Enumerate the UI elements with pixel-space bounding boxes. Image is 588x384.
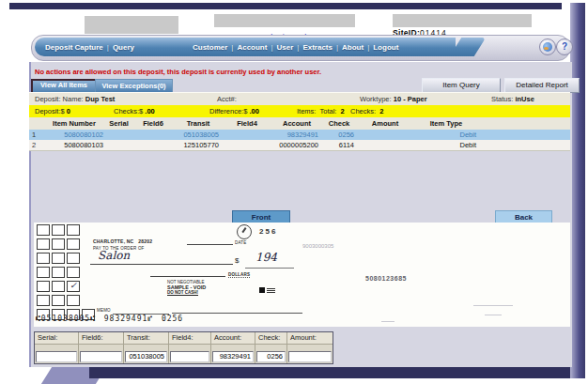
check-grid-box xyxy=(37,253,50,264)
check-grid-box xyxy=(37,224,50,236)
form-label-serial: Serial: xyxy=(35,332,79,344)
scan-artifact xyxy=(381,321,395,322)
do-not-cash-text: DO NOT CASH! xyxy=(167,290,206,296)
memo-label: MEMO xyxy=(97,308,111,313)
check-city: CHARLOTTE, NC 28202 xyxy=(93,238,152,244)
home-button[interactable] xyxy=(539,38,556,55)
form-label-transit: Transit: xyxy=(124,332,169,344)
dollars-line xyxy=(150,276,225,277)
item-query-button[interactable]: Item Query xyxy=(422,78,501,93)
check-grid-box xyxy=(67,267,80,278)
check-image: ✓ CHARLOTTE, NC 28202 PAY TO THE ORDER O… xyxy=(34,223,570,327)
field4-field[interactable] xyxy=(170,351,209,362)
summary-checks-count-value: 2 xyxy=(379,107,383,115)
check-grid-box xyxy=(67,224,80,236)
nav-item-logout[interactable]: Logout xyxy=(373,43,398,52)
nav-item-about[interactable]: About xyxy=(342,43,364,52)
status-value: inUse xyxy=(515,95,534,103)
nav-item-customer[interactable]: Customer xyxy=(193,43,227,52)
frame-bottom-bar xyxy=(89,367,585,378)
col-transit: Transit xyxy=(175,117,222,130)
date-label: DATE xyxy=(235,240,246,245)
summary-checks-label: Checks:$ xyxy=(114,107,143,115)
scan-artifact xyxy=(485,315,502,315)
col-field6: Field6 xyxy=(132,117,175,130)
check-grid-box xyxy=(67,238,80,250)
redacted-text-center xyxy=(214,14,355,27)
nav-item-user[interactable]: User xyxy=(277,43,294,52)
globe-icon xyxy=(543,42,552,52)
frame-top-bar xyxy=(9,3,562,9)
col-item-type: Item Type xyxy=(413,117,479,130)
faint-account-number: 9003000305 xyxy=(302,243,333,249)
nav-separator: | xyxy=(107,43,109,52)
summary-row: Deposit:$ 0 Checks:$ .00 Difference:$ .0… xyxy=(29,105,570,117)
nav-item-account[interactable]: Account xyxy=(237,43,267,52)
redacted-logo xyxy=(85,16,178,34)
form-label-field6: Field6: xyxy=(79,332,124,344)
transit-field[interactable] xyxy=(125,351,167,362)
check-grid-box xyxy=(67,295,80,306)
check-grid-box xyxy=(52,295,65,306)
check-grid-box xyxy=(52,267,65,278)
dollars-label: DOLLARS xyxy=(228,272,250,278)
item-edit-form: Serial: Field6: Transit: Field4: Account… xyxy=(34,331,333,364)
summary-items-label: Items: xyxy=(297,107,316,115)
form-label-amount: Amount: xyxy=(287,332,333,344)
nav-group-left: Deposit Capture|Query xyxy=(45,43,134,52)
col-serial: Serial xyxy=(106,117,132,130)
status-label: Status: xyxy=(491,95,513,103)
handwritten-checkmark: ✓ xyxy=(70,281,77,290)
check-grid-box xyxy=(52,253,65,264)
check-grid-box xyxy=(37,281,50,292)
col-account: Account xyxy=(272,117,321,130)
form-label-check: Check: xyxy=(255,332,287,344)
summary-checks-value: .00 xyxy=(145,107,154,115)
check-grid-box xyxy=(67,253,80,264)
check-grid-box xyxy=(52,281,65,292)
help-button[interactable]: ? xyxy=(556,38,573,55)
acct-label: Acct#: xyxy=(217,93,237,105)
nav-separator: | xyxy=(271,43,272,52)
check-grid-box xyxy=(37,238,50,250)
table-row[interactable]: 2 5080080103 125105770 0000005200 6114 D… xyxy=(29,140,570,151)
tab-view-exceptions[interactable]: View Exceptions(0) xyxy=(95,79,173,93)
redacted-text-right xyxy=(393,14,532,27)
deposit-name-value: Dup Test xyxy=(85,95,116,103)
col-item-number: Item Number xyxy=(42,117,106,130)
nav-separator: | xyxy=(297,43,299,52)
field6-field[interactable] xyxy=(80,351,122,362)
scan-artifact xyxy=(473,305,513,306)
help-icon: ? xyxy=(557,39,572,54)
summary-deposit-label: Deposit:$ xyxy=(35,107,65,115)
worktype-label: Worktype: xyxy=(360,95,392,103)
void-stamp: NOT NEGOTIABLE SAMPLE - VOID DO NOT CASH… xyxy=(167,280,206,296)
items-table-header: Item Number Serial Field6 Transit Field4… xyxy=(29,117,570,131)
nav-separator: | xyxy=(336,43,338,52)
warning-message: No actions are allowed on this deposit, … xyxy=(35,68,321,76)
amount-field[interactable] xyxy=(288,351,332,362)
summary-total-label: Total: xyxy=(319,107,336,115)
worktype-value: 10 - Paper xyxy=(394,95,427,103)
payee-line xyxy=(90,264,233,265)
col-field4: Field4 xyxy=(222,117,272,130)
check-field[interactable] xyxy=(256,351,286,362)
frame-right-bar xyxy=(570,3,585,378)
date-line xyxy=(187,244,233,245)
summary-difference-label: Difference:$ xyxy=(209,107,247,115)
account-field[interactable] xyxy=(212,351,254,362)
nav-item-extracts[interactable]: Extracts xyxy=(302,43,333,52)
detailed-report-button[interactable]: Detailed Report xyxy=(504,78,580,93)
deposit-info-row: Deposit: Name: Dup Test Acct#: Worktype:… xyxy=(29,92,570,106)
check-grid-box xyxy=(52,238,65,250)
col-check: Check xyxy=(321,117,357,130)
nav-item-deposit-capture[interactable]: Deposit Capture xyxy=(45,43,103,52)
amount-line xyxy=(245,268,294,269)
micr-line: ⑆051038005⑆ 98329491⑈ 0256 xyxy=(36,315,183,323)
nav-group-right: Customer|Account|User|Extracts|About|Log… xyxy=(193,43,398,52)
serial-field[interactable] xyxy=(36,351,77,362)
nav-item-query[interactable]: Query xyxy=(113,43,134,52)
check-grid-box xyxy=(37,295,50,306)
stamp-icon xyxy=(237,224,252,239)
nav-separator: | xyxy=(367,43,369,52)
